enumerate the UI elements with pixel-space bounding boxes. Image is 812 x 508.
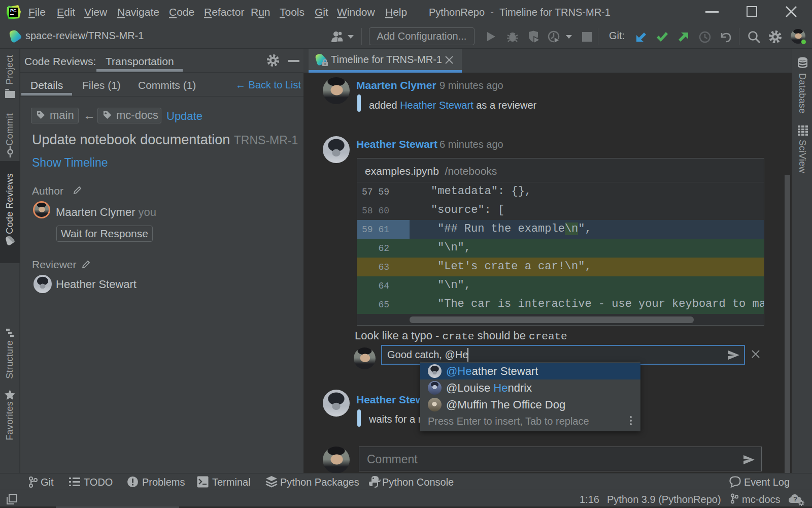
svg-text:PC: PC <box>10 8 17 13</box>
svg-text:?: ? <box>793 495 797 503</box>
